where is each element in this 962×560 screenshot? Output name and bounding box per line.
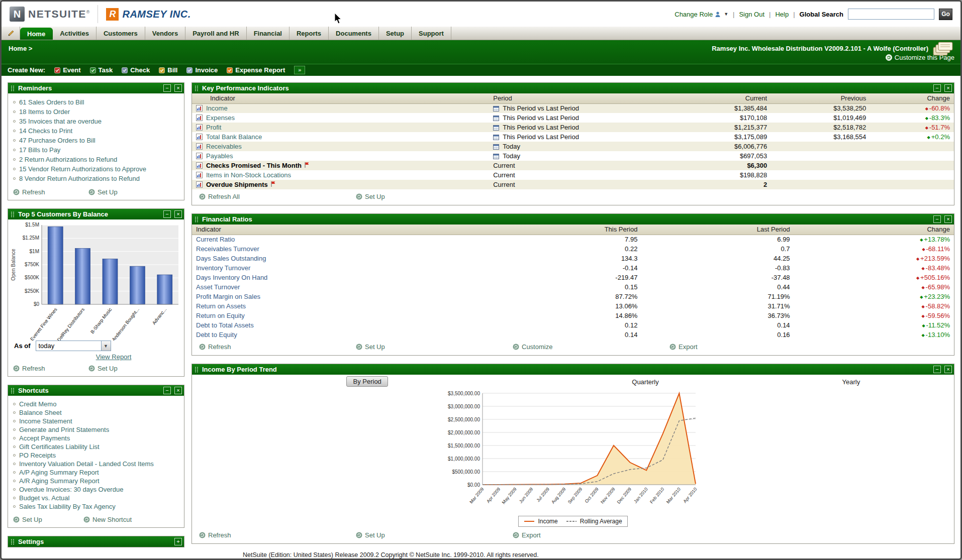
kpi-indicator-link[interactable]: Income <box>206 104 228 112</box>
kpi-graph-icon[interactable] <box>196 105 203 111</box>
global-search-input[interactable] <box>848 9 934 20</box>
trend-tab-yearly[interactable]: Yearly <box>842 378 860 386</box>
create-new-task[interactable]: Task <box>90 66 113 74</box>
ratio-indicator-link[interactable]: Profit Margin on Sales <box>196 293 260 300</box>
reminder-item-link[interactable]: 35 Invoices that are overdue <box>19 118 102 125</box>
reminder-item-link[interactable]: 18 Items to Order <box>19 108 70 116</box>
shortcut-item-link[interactable]: A/P Aging Summary Report <box>19 469 99 476</box>
drag-handle-icon[interactable] <box>195 216 199 222</box>
period-calendar-icon[interactable] <box>493 134 499 140</box>
ratio-indicator-link[interactable]: Asset Turnover <box>196 283 240 291</box>
shortcut-item-link[interactable]: Sales Tax Liability By Tax Agency <box>19 503 116 510</box>
netsuite-logo[interactable]: N NETSUITE® <box>10 7 89 22</box>
shortcut-item-link[interactable]: Overdue Invoices: 30 days Overdue <box>19 486 123 493</box>
kpi-graph-icon[interactable] <box>196 181 203 188</box>
dropdown-arrow-icon[interactable]: ▼ <box>101 341 111 351</box>
footer-link-new-shortcut[interactable]: New Shortcut <box>83 516 154 523</box>
minimize-button[interactable]: − <box>163 84 171 92</box>
ratio-indicator-link[interactable]: Inventory Turnover <box>196 264 250 272</box>
kpi-graph-icon[interactable] <box>196 162 203 169</box>
tab-setup[interactable]: Setup <box>379 27 412 40</box>
shortcut-item-link[interactable]: A/R Aging Summary Report <box>19 477 100 485</box>
kpi-indicator-link[interactable]: Items in Non-Stock Locations <box>206 171 291 179</box>
tab-vendors[interactable]: Vendors <box>145 27 185 40</box>
tab-financial[interactable]: Financial <box>247 27 290 40</box>
tab-home[interactable]: Home <box>20 28 53 40</box>
tab-reports[interactable]: Reports <box>290 27 329 40</box>
trend-tab-quarterly[interactable]: Quarterly <box>632 378 658 386</box>
reminder-item-link[interactable]: 2 Return Authorizations to Refund <box>19 156 117 163</box>
reminder-item-link[interactable]: 14 Checks to Print <box>19 127 72 135</box>
period-calendar-icon[interactable] <box>493 115 499 121</box>
drag-handle-icon[interactable] <box>195 85 199 91</box>
period-calendar-icon[interactable] <box>493 125 499 131</box>
kpi-graph-icon[interactable] <box>196 124 203 131</box>
kpi-indicator-link[interactable]: Receivables <box>206 143 242 150</box>
kpi-indicator-link[interactable]: Payables <box>206 152 233 160</box>
kpi-graph-icon[interactable] <box>196 143 203 150</box>
as-of-select[interactable]: today ▼ <box>36 341 111 351</box>
shortcut-item-link[interactable]: Credit Memo <box>19 400 56 408</box>
close-button[interactable]: × <box>944 366 952 373</box>
tab-payroll-and-hr[interactable]: Payroll and HR <box>185 27 246 40</box>
ratio-indicator-link[interactable]: Return on Equity <box>196 312 245 319</box>
reminder-item-link[interactable]: 17 Bills to Pay <box>19 146 60 154</box>
shortcut-item-link[interactable]: PO Receipts <box>19 452 56 459</box>
drag-handle-icon[interactable] <box>11 85 15 91</box>
reminder-item-link[interactable]: 47 Purchase Orders to Bill <box>19 137 95 144</box>
kpi-indicator-link[interactable]: Overdue Shipments <box>206 181 268 188</box>
footer-link-set-up[interactable]: Set Up <box>356 531 513 539</box>
sign-out-link[interactable]: Sign Out <box>739 11 764 18</box>
reminder-item-link[interactable]: 61 Sales Orders to Bill <box>19 98 84 106</box>
close-button[interactable]: × <box>174 210 182 218</box>
kpi-indicator-link[interactable]: Checks Promised - This Month <box>206 162 302 169</box>
view-report-link[interactable]: View Report <box>96 353 132 361</box>
kpi-indicator-link[interactable]: Total Bank Balance <box>206 133 262 141</box>
shortcut-item-link[interactable]: Income Statement <box>19 417 72 425</box>
footer-link-refresh-all[interactable]: Refresh All <box>199 193 356 200</box>
ratio-indicator-link[interactable]: Days Sales Outstanding <box>196 255 266 262</box>
shortcut-item-link[interactable]: Accept Payments <box>19 434 70 442</box>
footer-link-export[interactable]: Export <box>669 343 826 351</box>
drag-handle-icon[interactable] <box>11 539 15 545</box>
close-button[interactable]: × <box>944 84 952 92</box>
card-file-icon[interactable] <box>932 41 953 58</box>
footer-link-refresh[interactable]: Refresh <box>199 531 356 539</box>
close-button[interactable]: × <box>174 84 182 92</box>
shortcut-item-link[interactable]: Inventory Valuation Detail - Landed Cost… <box>19 460 154 468</box>
create-new-invoice[interactable]: Invoice <box>186 66 218 74</box>
minimize-button[interactable]: − <box>163 387 171 394</box>
kpi-graph-icon[interactable] <box>196 115 203 121</box>
drag-handle-icon[interactable] <box>11 211 15 217</box>
minimize-button[interactable]: − <box>163 210 171 218</box>
tab-activities[interactable]: Activities <box>53 27 97 40</box>
footer-link-set-up[interactable]: Set Up <box>356 193 513 200</box>
help-link[interactable]: Help <box>775 11 789 18</box>
shortcut-item-link[interactable]: Gift Certificates Liability List <box>19 443 100 451</box>
minimize-button[interactable]: − <box>933 215 941 223</box>
expand-button[interactable]: + <box>174 538 182 545</box>
close-button[interactable]: × <box>174 387 182 394</box>
trend-tab-by-period[interactable]: By Period <box>346 376 388 387</box>
tab-support[interactable]: Support <box>412 27 451 40</box>
shortcut-item-link[interactable]: Balance Sheet <box>19 409 62 416</box>
kpi-indicator-link[interactable]: Profit <box>206 124 221 131</box>
reminder-item-link[interactable]: 8 Vendor Return Authorizations to Refund <box>19 175 140 182</box>
tab-customers[interactable]: Customers <box>97 27 145 40</box>
ratio-indicator-link[interactable]: Return on Assets <box>196 302 246 310</box>
minimize-button[interactable]: − <box>933 366 941 373</box>
footer-link-set-up[interactable]: Set Up <box>88 188 164 196</box>
ratio-indicator-link[interactable]: Debt to Total Assets <box>196 321 254 329</box>
create-new-bill[interactable]: Bill <box>159 66 177 74</box>
create-new-expense-report[interactable]: Expense Report <box>227 66 285 74</box>
kpi-graph-icon[interactable] <box>196 172 203 178</box>
create-new-check[interactable]: Check <box>122 66 150 74</box>
drag-handle-icon[interactable] <box>11 388 15 394</box>
tab-documents[interactable]: Documents <box>329 27 379 40</box>
period-calendar-icon[interactable] <box>493 153 499 159</box>
footer-link-refresh[interactable]: Refresh <box>13 365 88 372</box>
drag-handle-icon[interactable] <box>195 367 199 373</box>
footer-link-refresh[interactable]: Refresh <box>13 188 88 196</box>
minimize-button[interactable]: − <box>933 84 941 92</box>
shortcut-item-link[interactable]: Generate and Print Statements <box>19 426 109 433</box>
